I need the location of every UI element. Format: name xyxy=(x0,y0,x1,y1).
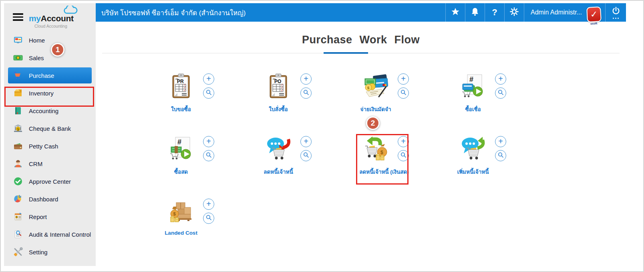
purchase-cart-icon xyxy=(13,70,23,81)
search-button[interactable] xyxy=(203,87,214,99)
workflow-item-cash-purchase: # + ซื้อสด xyxy=(168,136,266,176)
sidebar-item-petty-cash[interactable]: Petty Cash xyxy=(4,137,96,155)
cloud-icon xyxy=(63,6,78,16)
sidebar-item-cheque-bank[interactable]: $ Cheque & Bank xyxy=(4,120,96,137)
sidebar-item-label: Home xyxy=(29,37,45,44)
search-icon xyxy=(206,89,212,97)
sidebar-item-inventory[interactable]: Inventory xyxy=(4,84,96,102)
search-icon xyxy=(206,215,212,222)
workflow-row-1: PR✓✓✓ + ใบขอซื้อ PO✓✓✓ + xyxy=(168,73,626,114)
sidebar-item-home[interactable]: Home xyxy=(4,31,96,49)
brand-name: myAccount xyxy=(29,14,89,23)
sidebar-item-label: Accounting xyxy=(29,108,58,114)
search-icon xyxy=(498,89,504,97)
sidebar-item-audit[interactable]: Audit & Internal Control xyxy=(4,225,96,243)
search-button[interactable] xyxy=(300,87,312,99)
menu-toggle-icon[interactable] xyxy=(13,13,23,21)
user-menu[interactable]: Admin Administr... ✓osoft xyxy=(524,3,605,22)
star-icon xyxy=(451,7,460,18)
sidebar-item-label: Audit & Internal Control xyxy=(29,231,91,238)
workflow-item-label[interactable]: จ่ายเงินมัดจำ xyxy=(363,105,388,114)
company-name: บริษัท โปรซอฟท์ ซีอาร์เอ็ม จำกัด (สำนักง… xyxy=(96,3,445,22)
add-button[interactable]: + xyxy=(300,136,312,147)
favorites-button[interactable] xyxy=(445,3,465,22)
credit-note-increase-bubble-cart-icon[interactable] xyxy=(460,136,486,162)
add-button[interactable]: + xyxy=(398,136,409,147)
purchase-order-clipboard-icon[interactable]: PO✓✓✓ xyxy=(266,73,291,99)
workflow-item-pay-deposit: $ + จ่ายเงินมัดจำ xyxy=(363,73,460,114)
add-button[interactable]: + xyxy=(203,73,214,85)
search-button[interactable] xyxy=(495,87,506,99)
workflow-item-label[interactable]: ใบสั่งซื้อ xyxy=(266,105,291,114)
workflow-item-label[interactable]: ใบขอซื้อ xyxy=(168,105,194,114)
add-button[interactable]: + xyxy=(495,73,506,85)
title-divider xyxy=(102,53,620,53)
workflow-item-label[interactable]: ซื้อเชื่อ xyxy=(460,105,486,114)
search-button[interactable] xyxy=(203,150,214,161)
power-dots xyxy=(613,18,619,19)
svg-text:$: $ xyxy=(173,211,176,216)
sidebar-item-label: CRM xyxy=(29,160,42,167)
debit-note-cash-cart-icon[interactable]: $ xyxy=(363,136,388,162)
settings-button[interactable] xyxy=(504,3,524,22)
add-button[interactable]: + xyxy=(300,73,312,85)
workflow-item-label[interactable]: เพิ่มหนี้เจ้าหนี้ xyxy=(460,167,486,176)
landed-cost-boxes-icon[interactable]: $ xyxy=(168,199,194,224)
plus-icon: + xyxy=(206,75,211,83)
credit-purchase-doc-icon[interactable]: # xyxy=(460,73,486,99)
sidebar-item-purchase[interactable]: Purchase xyxy=(8,67,92,83)
add-button[interactable]: + xyxy=(203,199,214,210)
workflow-item-label[interactable]: ลดหนี้เจ้าหนี้ xyxy=(266,167,291,176)
add-button[interactable]: + xyxy=(495,136,506,147)
plus-icon: + xyxy=(498,137,503,145)
pay-deposit-payment-icon[interactable]: $ xyxy=(363,73,388,99)
svg-text:✓: ✓ xyxy=(281,89,284,92)
search-button[interactable] xyxy=(300,150,312,161)
search-button[interactable] xyxy=(398,87,409,99)
add-button[interactable]: + xyxy=(398,73,409,85)
workflow-item-label[interactable]: ซื้อสด xyxy=(168,167,194,176)
workflow-item-label[interactable]: ลดหนี้เจ้าหนี้ (เงินสด) xyxy=(371,167,397,176)
bell-icon xyxy=(471,7,479,18)
search-button[interactable] xyxy=(398,150,409,161)
search-button[interactable] xyxy=(495,150,506,161)
plus-icon: + xyxy=(206,137,211,145)
plus-icon: + xyxy=(498,75,503,83)
search-icon xyxy=(400,152,407,159)
sidebar-item-label: Inventory xyxy=(29,90,54,97)
notifications-button[interactable] xyxy=(465,3,485,22)
sidebar-item-crm[interactable]: CRM xyxy=(4,155,96,173)
plus-icon: + xyxy=(206,200,211,208)
sidebar-item-approve-center[interactable]: Approve Center xyxy=(4,173,96,190)
svg-text:$: $ xyxy=(17,127,19,131)
accounting-book-icon xyxy=(13,106,23,116)
workflow-item-label[interactable]: Landed Cost xyxy=(168,230,194,236)
add-button[interactable]: + xyxy=(203,136,214,147)
logout-button[interactable] xyxy=(605,3,626,22)
search-button[interactable] xyxy=(203,213,214,224)
cash-purchase-doc-icon[interactable]: # xyxy=(168,136,194,162)
person-icon xyxy=(13,158,23,169)
bank-icon: $ xyxy=(13,123,23,134)
purchase-request-clipboard-icon[interactable]: PR✓✓✓ xyxy=(168,73,194,99)
sidebar-item-report[interactable]: $ Report xyxy=(4,208,96,225)
svg-text:$: $ xyxy=(367,86,369,90)
title-underline-accent xyxy=(324,52,368,54)
sidebar-item-label: Report xyxy=(29,213,47,220)
sidebar-item-sales[interactable]: Sales xyxy=(4,49,96,67)
debit-note-bubble-cart-icon[interactable] xyxy=(266,136,291,162)
plus-icon: + xyxy=(401,75,406,83)
app-logo: myAccount Cloud Accounting xyxy=(29,6,89,28)
sidebar-item-label: Dashboard xyxy=(29,196,58,203)
workflow-item-landed-cost: $ + Landed Cost xyxy=(168,199,266,236)
step-1-badge: 1 xyxy=(51,43,64,57)
sidebar-item-setting[interactable]: Setting xyxy=(4,243,96,261)
setting-tools-icon xyxy=(13,247,23,257)
help-button[interactable]: ? xyxy=(485,3,504,22)
home-icon xyxy=(13,35,23,45)
dashboard-pie-icon xyxy=(13,194,23,204)
workflow-item-debit-note-cash: 2 $ + ลดหนี้เจ้าหนี้ (เงินสด) xyxy=(363,136,460,176)
sidebar-item-dashboard[interactable]: Dashboard xyxy=(4,190,96,208)
svg-text:#: # xyxy=(469,75,473,83)
sidebar-item-accounting[interactable]: Accounting xyxy=(4,102,96,120)
